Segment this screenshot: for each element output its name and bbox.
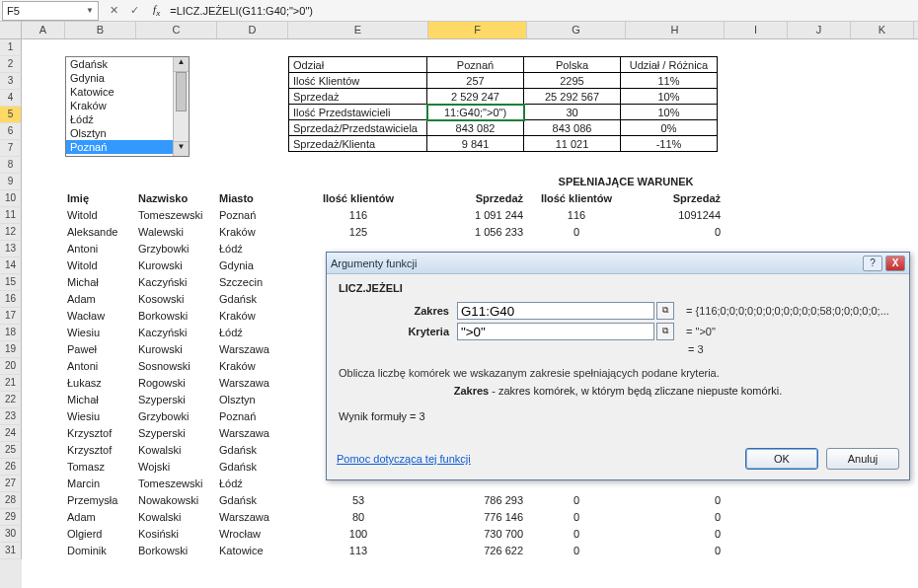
data-cell: Michał	[65, 392, 136, 408]
scroll-up-icon[interactable]: ▲	[174, 57, 189, 72]
col-title: Sprzedaż	[428, 190, 527, 207]
scroll-thumb[interactable]	[176, 72, 187, 111]
row-header[interactable]: 16	[0, 291, 22, 308]
criteria-input[interactable]	[457, 323, 654, 340]
row-header[interactable]: 29	[0, 509, 22, 526]
formula-input[interactable]: =LICZ.JEŻELI(G11:G40;">0")	[166, 5, 918, 17]
data-cell: Szyperski	[136, 392, 217, 408]
row-header[interactable]: 15	[0, 274, 22, 291]
row-header[interactable]: 6	[0, 123, 22, 140]
ok-button[interactable]: OK	[745, 448, 818, 470]
col-header[interactable]: C	[136, 22, 217, 38]
column-headers: A B C D E F G H I J K	[0, 22, 918, 39]
cancel-icon[interactable]: ✕	[105, 4, 122, 17]
select-all-corner[interactable]	[0, 22, 22, 38]
list-item[interactable]: Katowice	[66, 85, 189, 99]
row-header[interactable]: 28	[0, 492, 22, 509]
list-item[interactable]: Gdańsk	[66, 57, 189, 71]
col-header[interactable]: F	[428, 22, 527, 38]
data-cell: Warszawa	[217, 341, 288, 358]
function-help-link[interactable]: Pomoc dotycząca tej funkcji	[337, 453, 471, 465]
table-cell: 843 086	[524, 120, 621, 136]
data-cell: Tomeszewski	[136, 207, 217, 224]
col-header[interactable]: A	[22, 22, 65, 38]
row-header[interactable]: 10	[0, 190, 22, 207]
table-header: Udział / Różnica	[621, 57, 718, 73]
name-box[interactable]: F5 ▼	[2, 1, 99, 21]
list-item[interactable]: Łódź	[66, 112, 189, 126]
row-header[interactable]: 22	[0, 392, 22, 408]
data-cell: 776 146	[428, 509, 527, 526]
row-header[interactable]: 13	[0, 241, 22, 257]
data-cell: 53	[288, 492, 428, 509]
data-cell: Łódź	[217, 325, 288, 341]
row-header[interactable]: 2	[0, 56, 22, 73]
col-title: Nazwisko	[136, 190, 217, 207]
data-cell: Olgierd	[65, 526, 136, 543]
col-header[interactable]: J	[788, 22, 851, 38]
row-header[interactable]: 20	[0, 358, 22, 375]
fx-icon[interactable]: fx	[153, 3, 160, 18]
data-cell: Wiesiu	[65, 325, 136, 341]
row-header[interactable]: 25	[0, 442, 22, 459]
cancel-button[interactable]: Anuluj	[826, 448, 899, 470]
chevron-down-icon[interactable]: ▼	[86, 6, 94, 15]
dialog-titlebar[interactable]: Argumenty funkcji ? X	[327, 253, 909, 274]
row-header[interactable]: 11	[0, 207, 22, 224]
list-item[interactable]: Olsztyn	[66, 126, 189, 140]
col-header[interactable]: D	[217, 22, 288, 38]
col-header[interactable]: I	[725, 22, 788, 38]
table-cell: 11 021	[524, 136, 621, 152]
list-item[interactable]: Poznań	[66, 140, 189, 154]
data-cell: Warszawa	[217, 509, 288, 526]
row-header[interactable]: 21	[0, 375, 22, 392]
row-header[interactable]: 17	[0, 308, 22, 325]
row-header[interactable]: 30	[0, 526, 22, 543]
row-header[interactable]: 26	[0, 459, 22, 476]
table-header: Polska	[524, 57, 621, 73]
list-item[interactable]: Kraków	[66, 99, 189, 112]
row-header[interactable]: 3	[0, 73, 22, 90]
row-header[interactable]: 9	[0, 174, 22, 190]
row-header[interactable]: 19	[0, 341, 22, 358]
selected-cell[interactable]: 11:G40;">0")	[427, 105, 524, 120]
help-icon[interactable]: ?	[863, 256, 882, 271]
row-header[interactable]: 8	[0, 157, 22, 174]
range-input[interactable]	[457, 302, 654, 320]
col-header[interactable]: E	[288, 22, 428, 38]
data-cell: Kraków	[217, 224, 288, 241]
scroll-down-icon[interactable]: ▼	[174, 141, 189, 156]
row-header[interactable]: 24	[0, 425, 22, 442]
row-header[interactable]: 12	[0, 224, 22, 241]
data-cell: Borkowski	[136, 543, 217, 559]
row-header[interactable]: 27	[0, 476, 22, 492]
col-header[interactable]: B	[65, 22, 136, 38]
accept-icon[interactable]: ✓	[125, 4, 143, 17]
list-item[interactable]: Gdynia	[66, 71, 189, 85]
table-cell: 10%	[621, 89, 718, 105]
row-header[interactable]: 4	[0, 90, 22, 107]
col-header[interactable]: H	[626, 22, 725, 38]
col-header[interactable]: K	[851, 22, 914, 38]
col-header[interactable]: G	[527, 22, 626, 38]
data-cell: Krzysztof	[65, 425, 136, 442]
row-header[interactable]: 14	[0, 257, 22, 274]
collapse-dialog-icon[interactable]: ⧉	[656, 323, 674, 340]
row-header[interactable]: 31	[0, 543, 22, 559]
scrollbar[interactable]: ▲ ▼	[173, 57, 189, 156]
data-cell: Witold	[65, 257, 136, 274]
table-cell: Ilość Przedstawicieli	[289, 105, 427, 120]
formula-result: Wynik formuły = 3	[339, 410, 897, 422]
data-cell: Gdańsk	[217, 291, 288, 308]
collapse-dialog-icon[interactable]: ⧉	[656, 302, 674, 320]
data-cell: 0	[527, 224, 626, 241]
data-cell: 0	[626, 224, 725, 241]
close-icon[interactable]: X	[885, 256, 905, 271]
row-header[interactable]: 5	[0, 107, 22, 123]
row-header[interactable]: 7	[0, 140, 22, 157]
row-header[interactable]: 18	[0, 325, 22, 341]
row-header[interactable]: 1	[0, 39, 22, 56]
city-listbox[interactable]: GdańskGdyniaKatowiceKrakówŁódźOlsztynPoz…	[65, 56, 190, 157]
function-arguments-dialog: Argumenty funkcji ? X LICZ.JEŻELI Zakres…	[326, 252, 910, 480]
row-header[interactable]: 23	[0, 408, 22, 425]
